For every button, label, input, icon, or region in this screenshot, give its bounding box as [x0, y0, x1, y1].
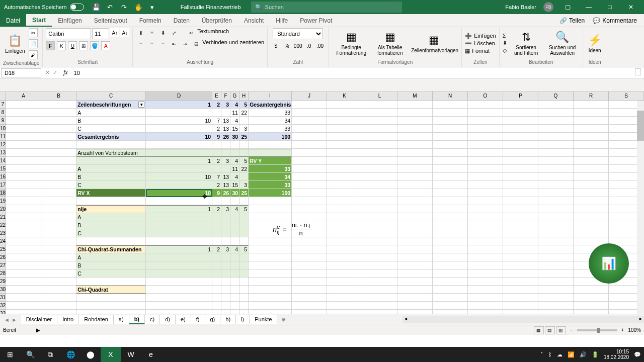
font-size-select[interactable]: [92, 28, 109, 39]
cell[interactable]: [41, 133, 76, 141]
cell[interactable]: [574, 141, 609, 149]
cell[interactable]: [397, 149, 433, 157]
row-header-22[interactable]: 22: [0, 221, 6, 229]
align-top-icon[interactable]: ⬆: [136, 28, 146, 37]
cell[interactable]: 2: [212, 157, 221, 165]
cell[interactable]: [468, 109, 503, 117]
cell[interactable]: 7: [212, 117, 221, 125]
zoom-level[interactable]: 100%: [628, 327, 641, 333]
row-header-20[interactable]: 20: [0, 205, 6, 213]
cell[interactable]: [221, 229, 230, 237]
cell[interactable]: [433, 245, 468, 253]
task-search-icon[interactable]: 🔍: [20, 347, 40, 362]
copy-icon[interactable]: 📄: [29, 39, 38, 48]
cell[interactable]: [41, 286, 76, 294]
cell[interactable]: [292, 165, 327, 173]
as-table-button[interactable]: ▦Als Tabelle formatieren: [373, 30, 407, 57]
cell[interactable]: [574, 205, 609, 213]
cell[interactable]: [6, 173, 41, 181]
cell[interactable]: C: [76, 229, 146, 237]
find-select-button[interactable]: 🔍Suchen und Auswählen: [545, 30, 580, 57]
cell[interactable]: [433, 261, 468, 269]
cell[interactable]: [230, 229, 239, 237]
sheet-tab-Disclaimer[interactable]: Disclaimer: [21, 315, 57, 324]
cell[interactable]: [41, 181, 76, 189]
cell[interactable]: [146, 197, 212, 205]
italic-button[interactable]: K: [57, 41, 66, 50]
cell[interactable]: [230, 253, 239, 261]
cell[interactable]: 4: [230, 101, 239, 109]
cell[interactable]: [292, 294, 327, 302]
cell[interactable]: [212, 237, 221, 245]
cell[interactable]: [468, 205, 503, 213]
cell[interactable]: [327, 278, 362, 286]
row-header-9[interactable]: 9: [0, 117, 6, 125]
cell[interactable]: [538, 101, 574, 109]
row-header-19[interactable]: 19: [0, 197, 6, 205]
cell[interactable]: [212, 213, 221, 221]
cell[interactable]: [221, 302, 230, 310]
tab-data[interactable]: Daten: [168, 14, 196, 27]
paste-button[interactable]: 📋Einfügen: [3, 33, 27, 55]
cell[interactable]: [433, 229, 468, 237]
sheet-tab-h[interactable]: h): [220, 315, 236, 324]
cell[interactable]: [239, 221, 249, 229]
cell[interactable]: [468, 189, 503, 197]
cell[interactable]: [249, 286, 292, 294]
cell[interactable]: 2: [212, 101, 221, 109]
cell[interactable]: [362, 189, 397, 197]
cell[interactable]: [468, 149, 503, 157]
notifications-icon[interactable]: 💬: [634, 351, 641, 358]
cell[interactable]: A: [76, 109, 146, 117]
cell[interactable]: [468, 310, 503, 314]
app-chrome-icon[interactable]: 🌐: [60, 347, 80, 362]
cell[interactable]: [239, 269, 249, 278]
col-header-J[interactable]: J: [292, 92, 327, 101]
cell[interactable]: 22: [239, 165, 249, 173]
cell[interactable]: Anzahl von Vertriebsteam: [76, 149, 146, 157]
cell[interactable]: 3: [239, 181, 249, 189]
cell[interactable]: [503, 278, 538, 286]
cell[interactable]: [239, 253, 249, 261]
align-middle-icon[interactable]: ≡: [147, 28, 157, 37]
cell[interactable]: [249, 278, 292, 286]
app-excel-icon[interactable]: X: [101, 347, 121, 362]
cell[interactable]: [362, 205, 397, 213]
cell[interactable]: [292, 213, 327, 221]
cell[interactable]: [362, 278, 397, 286]
cell[interactable]: [503, 221, 538, 229]
currency-icon[interactable]: $: [271, 41, 281, 50]
cell[interactable]: [6, 253, 41, 261]
cell[interactable]: [362, 310, 397, 314]
orientation-icon[interactable]: ⤢: [169, 28, 179, 37]
cell[interactable]: B: [76, 173, 146, 181]
cell[interactable]: [146, 141, 212, 149]
cell[interactable]: [239, 286, 249, 294]
undo-icon[interactable]: ↶: [106, 3, 114, 11]
cell[interactable]: [239, 141, 249, 149]
row-header-25[interactable]: 25: [0, 245, 6, 253]
cell[interactable]: [292, 269, 327, 278]
cell[interactable]: [433, 253, 468, 261]
cell[interactable]: 3: [221, 157, 230, 165]
cell[interactable]: [327, 213, 362, 221]
cell[interactable]: [76, 310, 146, 314]
sheet-tab-e[interactable]: e): [176, 315, 191, 324]
cell[interactable]: [292, 149, 327, 157]
cell[interactable]: [6, 117, 41, 125]
cell[interactable]: [239, 149, 249, 157]
cell[interactable]: B: [76, 221, 146, 229]
cell[interactable]: [538, 294, 574, 302]
cell[interactable]: [41, 125, 76, 133]
cell[interactable]: [6, 237, 41, 245]
cell[interactable]: [239, 229, 249, 237]
cell[interactable]: [146, 237, 212, 245]
cell[interactable]: [6, 189, 41, 197]
cell[interactable]: 4: [230, 245, 239, 253]
cell[interactable]: [292, 181, 327, 189]
cell[interactable]: [6, 294, 41, 302]
fill-color-button[interactable]: 🪣: [90, 41, 99, 50]
cell[interactable]: C: [76, 181, 146, 189]
cell[interactable]: [397, 117, 433, 125]
page-break-view-icon[interactable]: ▥: [556, 326, 566, 334]
